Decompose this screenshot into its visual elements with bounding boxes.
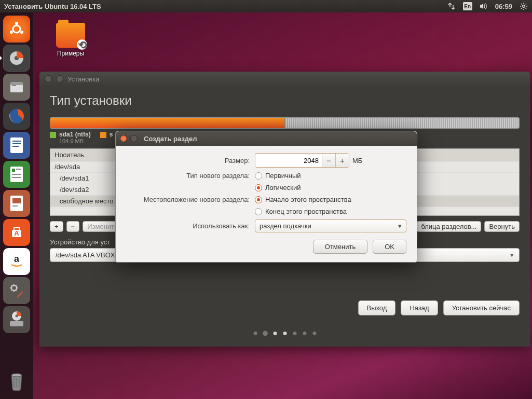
svg-point-4 — [20, 31, 23, 34]
svg-point-1 — [13, 25, 20, 33]
wizard-footer: Выход Назад Установить сейчас — [358, 300, 520, 315]
add-partition-button[interactable]: + — [50, 221, 63, 232]
minimize-icon[interactable] — [56, 75, 63, 82]
launcher-amazon[interactable]: a — [3, 248, 30, 275]
radio-primary[interactable]: Первичный — [255, 172, 301, 180]
dot — [303, 332, 306, 335]
close-icon[interactable] — [120, 135, 127, 142]
window-title: Установить Ubuntu 16.04 LTS — [4, 3, 447, 10]
size-input[interactable] — [255, 155, 322, 167]
dot-current — [263, 331, 268, 336]
svg-rect-9 — [12, 85, 16, 86]
svg-rect-8 — [10, 82, 23, 85]
legend-swatch — [100, 132, 106, 138]
size-label: Размер: — [126, 157, 255, 164]
partition-seg-sda1[interactable] — [50, 118, 285, 128]
size-spinner: − + — [255, 153, 349, 168]
install-now-button[interactable]: Установить сейчас — [443, 300, 520, 315]
svg-rect-16 — [12, 169, 15, 172]
spinner-down-button[interactable]: − — [322, 154, 335, 167]
dialog-buttons: Отменить OK — [126, 240, 406, 254]
launcher-calc[interactable] — [3, 161, 30, 188]
svg-rect-17 — [16, 169, 21, 170]
svg-point-29 — [16, 315, 18, 318]
launcher-dash[interactable] — [3, 16, 30, 43]
close-icon[interactable] — [45, 75, 52, 82]
cancel-button[interactable]: Отменить — [313, 240, 367, 254]
volume-icon[interactable] — [480, 2, 488, 10]
launcher-trash[interactable] — [3, 367, 30, 394]
svg-text:A: A — [14, 229, 19, 237]
wizard-progress-dots — [253, 332, 316, 335]
launcher-settings[interactable] — [3, 277, 30, 304]
desktop-icon-label: Примеры — [50, 50, 91, 57]
clock[interactable]: 06:59 — [495, 3, 512, 10]
legend-name: s — [110, 131, 113, 138]
gear-icon[interactable] — [520, 2, 528, 10]
keyboard-layout-indicator[interactable]: En — [463, 2, 472, 10]
back-button[interactable]: Назад — [401, 300, 438, 315]
legend-size — [110, 138, 113, 144]
svg-rect-18 — [12, 174, 21, 175]
launcher-writer[interactable] — [3, 132, 30, 159]
remove-partition-button[interactable]: − — [66, 221, 80, 232]
svg-point-30 — [11, 374, 22, 377]
type-label: Тип нового раздела: — [126, 172, 255, 180]
svg-rect-11 — [10, 137, 23, 153]
location-label: Местоположение нового раздела: — [126, 196, 255, 203]
radio-location-begin[interactable]: Начало этого пространства — [255, 196, 351, 203]
quit-button[interactable]: Выход — [358, 300, 396, 315]
network-icon[interactable] — [447, 2, 456, 10]
dot — [312, 332, 316, 335]
minimize-icon[interactable] — [130, 135, 138, 142]
legend-size: 104.9 MB — [59, 138, 91, 144]
svg-text:a: a — [14, 254, 20, 264]
desktop-examples-folder[interactable]: Примеры — [50, 23, 91, 57]
dot — [273, 332, 277, 335]
dot — [253, 332, 257, 335]
folder-icon — [56, 23, 85, 48]
svg-rect-21 — [12, 198, 21, 203]
svg-rect-22 — [12, 205, 18, 207]
legend-name: sda1 (ntfs) — [59, 131, 91, 138]
svg-rect-13 — [12, 143, 21, 144]
radio-logical[interactable]: Логический — [255, 184, 301, 191]
launcher-installer[interactable] — [3, 45, 30, 72]
launcher-impress[interactable] — [3, 190, 30, 217]
partition-bar[interactable] — [50, 117, 520, 129]
dot — [293, 332, 296, 335]
system-tray: En 06:59 — [447, 2, 528, 10]
partition-seg-free[interactable] — [285, 118, 520, 128]
revert-button[interactable]: Вернуть — [484, 221, 520, 232]
ok-button[interactable]: OK — [373, 240, 406, 254]
svg-rect-19 — [12, 177, 21, 178]
unity-launcher: A a — [0, 12, 33, 399]
installer-title: Установка — [67, 75, 99, 83]
svg-rect-14 — [12, 146, 19, 147]
svg-point-0 — [523, 5, 525, 8]
spinner-up-button[interactable]: + — [335, 154, 349, 167]
svg-rect-27 — [10, 321, 23, 326]
svg-point-2 — [15, 22, 18, 25]
use-as-select[interactable]: раздел подкачки — [255, 219, 406, 232]
dialog-titlebar[interactable]: Создать раздел — [116, 131, 417, 146]
radio-location-end[interactable]: Конец этого пространства — [255, 208, 347, 215]
svg-rect-12 — [12, 141, 21, 142]
launcher-files[interactable] — [3, 74, 30, 101]
legend-swatch — [50, 132, 56, 138]
installer-titlebar[interactable]: Установка — [39, 72, 530, 86]
new-table-button[interactable]: блица разделов... — [416, 221, 481, 232]
dialog-title: Создать раздел — [144, 135, 197, 143]
launcher-firefox[interactable] — [3, 103, 30, 130]
launcher-ubiquity[interactable] — [3, 306, 30, 333]
launcher-software[interactable]: A — [3, 219, 30, 246]
dot — [283, 332, 287, 335]
page-heading: Тип установки — [50, 93, 520, 108]
use-as-label: Использовать как: — [126, 222, 255, 230]
size-unit: МБ — [352, 157, 362, 164]
svg-point-3 — [10, 31, 13, 34]
top-menubar: Установить Ubuntu 16.04 LTS En 06:59 — [0, 0, 532, 12]
create-partition-dialog: Создать раздел Размер: − + МБ Тип нового… — [115, 131, 417, 263]
